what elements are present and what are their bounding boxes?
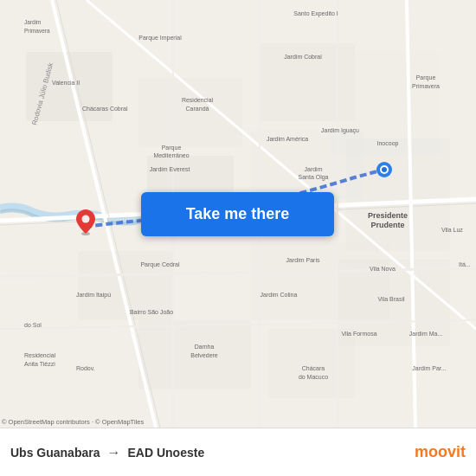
svg-text:Itá...: Itá... bbox=[459, 261, 471, 267]
svg-text:Valencia II: Valencia II bbox=[52, 80, 80, 86]
svg-text:Jardim Paris: Jardim Paris bbox=[286, 257, 320, 263]
svg-text:Jardim Itaipú: Jardim Itaipú bbox=[76, 292, 111, 299]
svg-text:Jardim Iguaçu: Jardim Iguaçu bbox=[321, 127, 359, 134]
svg-text:Santo Expedito I: Santo Expedito I bbox=[293, 10, 338, 17]
svg-text:Rodov.: Rodov. bbox=[76, 365, 95, 371]
app: Rodovia Júlio Budisk Parque Imperial San… bbox=[0, 0, 476, 476]
svg-text:Parque Cedral: Parque Cedral bbox=[140, 261, 180, 268]
svg-text:Parque: Parque bbox=[416, 74, 436, 81]
bottom-bar: Ubs Guanabara → EAD Unoeste moovit bbox=[0, 428, 476, 476]
svg-text:Chácaras Cobral: Chácaras Cobral bbox=[82, 106, 128, 112]
svg-rect-12 bbox=[268, 329, 355, 398]
svg-text:Jardim: Jardim bbox=[304, 166, 322, 172]
svg-text:Primavera: Primavera bbox=[412, 83, 440, 89]
svg-text:Chácara: Chácara bbox=[302, 365, 325, 371]
origin-pin-marker bbox=[76, 209, 95, 239]
svg-text:Jardim Colina: Jardim Colina bbox=[261, 292, 298, 298]
svg-text:Mediterrâneo: Mediterrâneo bbox=[153, 152, 189, 158]
moovit-logo-text: moovit bbox=[415, 443, 466, 461]
svg-text:Vila Formosa: Vila Formosa bbox=[341, 331, 376, 337]
svg-text:Jardim Par...: Jardim Par... bbox=[412, 365, 446, 371]
svg-text:Vila Nova: Vila Nova bbox=[370, 266, 396, 272]
svg-text:Vila Brasil: Vila Brasil bbox=[378, 296, 405, 302]
svg-point-72 bbox=[382, 167, 387, 172]
svg-text:Jardim Ma...: Jardim Ma... bbox=[409, 331, 443, 337]
svg-text:Anita Tiézzi: Anita Tiézzi bbox=[24, 361, 55, 367]
take-me-there-button[interactable]: Take me there bbox=[141, 192, 334, 236]
svg-text:Jardim: Jardim bbox=[24, 19, 42, 25]
route-from-label: Ubs Guanabara bbox=[10, 446, 100, 460]
destination-dot-marker bbox=[376, 161, 393, 182]
svg-point-69 bbox=[82, 215, 90, 223]
svg-text:Residencial: Residencial bbox=[24, 352, 56, 358]
svg-text:Primavera: Primavera bbox=[24, 28, 50, 34]
svg-rect-7 bbox=[346, 138, 450, 251]
svg-text:Santa Olga: Santa Olga bbox=[298, 174, 328, 181]
svg-text:Carandá: Carandá bbox=[186, 106, 209, 112]
svg-text:Prudente: Prudente bbox=[370, 221, 404, 229]
svg-text:Parque: Parque bbox=[162, 145, 182, 151]
svg-text:Residencial: Residencial bbox=[182, 97, 214, 103]
svg-text:Inocoop: Inocoop bbox=[377, 140, 399, 147]
svg-text:Vila Luz: Vila Luz bbox=[441, 227, 463, 233]
svg-text:do Macuco: do Macuco bbox=[299, 374, 328, 380]
map-container: Rodovia Júlio Budisk Parque Imperial San… bbox=[0, 0, 476, 428]
moovit-logo: moovit bbox=[415, 443, 466, 461]
svg-text:© OpenStreetMap contributors ·: © OpenStreetMap contributors · © OpenMap… bbox=[2, 418, 144, 426]
svg-text:Presidente: Presidente bbox=[368, 211, 408, 220]
svg-text:Parque Imperial: Parque Imperial bbox=[138, 35, 182, 42]
svg-text:do Sol: do Sol bbox=[24, 322, 42, 328]
svg-text:Belvedere: Belvedere bbox=[190, 352, 218, 358]
svg-text:Damha: Damha bbox=[195, 344, 215, 350]
svg-text:Jardim Cobral: Jardim Cobral bbox=[284, 54, 322, 60]
route-to-label: EAD Unoeste bbox=[127, 446, 204, 460]
svg-text:Jardim América: Jardim América bbox=[267, 136, 308, 142]
svg-text:Bairro São João: Bairro São João bbox=[130, 309, 173, 315]
svg-text:Jardim Everest: Jardim Everest bbox=[150, 166, 190, 172]
route-arrow-icon: → bbox=[106, 445, 120, 460]
